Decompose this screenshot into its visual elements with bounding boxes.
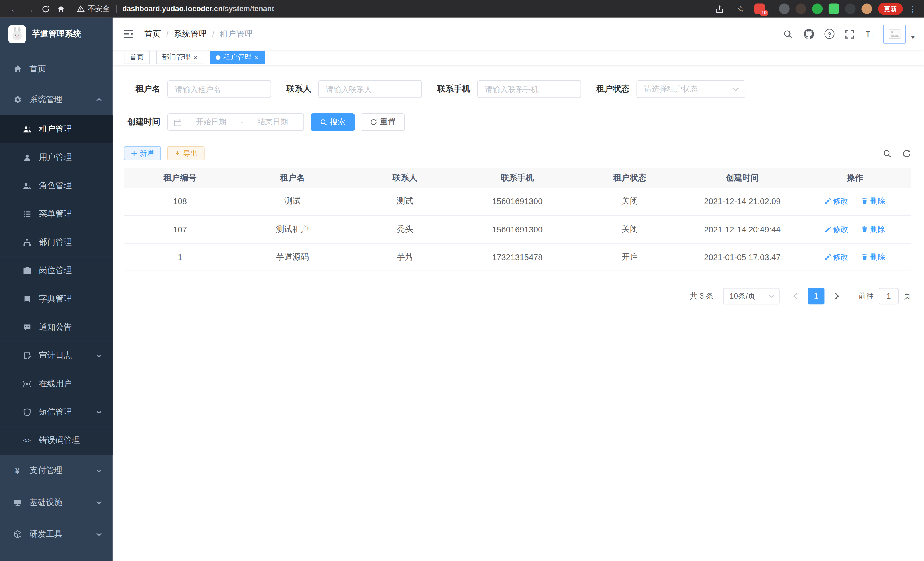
app-logo[interactable]: 芋道管理系统 [0, 18, 112, 50]
sidebar-item-role[interactable]: 角色管理 [0, 171, 112, 200]
tab-close-icon[interactable]: × [255, 54, 259, 61]
edit-button[interactable]: 修改 [824, 224, 849, 235]
date-range-picker[interactable]: 开始日期 - 结束日期 [167, 113, 304, 131]
extension-icon[interactable] [771, 4, 773, 14]
sidebar-item-payment[interactable]: ¥ 支付管理 [0, 455, 112, 486]
app-window: ← → 不安全 dashboard.yudao.iocoder.cn/syste… [0, 0, 924, 561]
created-cell: 2021-01-05 17:03:47 [686, 243, 799, 271]
tab-home[interactable]: 首页 [124, 51, 150, 64]
security-status[interactable]: 不安全 [76, 4, 110, 14]
sidebar-item-label: 在线用户 [39, 379, 72, 389]
sidebar-item-dict[interactable]: 字典管理 [0, 285, 112, 313]
address-bar[interactable]: 不安全 dashboard.yudao.iocoder.cn/system/te… [76, 4, 705, 14]
fullscreen-icon[interactable] [842, 26, 858, 42]
url-text[interactable]: dashboard.yudao.iocoder.cn/system/tenant [122, 5, 274, 13]
breadcrumb-item[interactable]: 首页 [144, 29, 161, 39]
table-refresh-icon[interactable] [902, 149, 911, 158]
phone-input[interactable] [477, 80, 581, 98]
main-shell: 芋道管理系统 首页 系统管理 [0, 18, 924, 561]
reload-icon[interactable] [38, 1, 53, 17]
share-icon[interactable] [712, 1, 728, 17]
edit-button[interactable]: 修改 [824, 252, 849, 262]
sidebar-item-infra[interactable]: 基础设施 [0, 487, 112, 518]
extension-icon[interactable] [795, 3, 806, 14]
sidebar-item-menu[interactable]: 菜单管理 [0, 200, 112, 228]
tab-dept[interactable]: 部门管理 × [156, 51, 203, 64]
home-icon[interactable] [53, 1, 69, 17]
add-button[interactable]: 新增 [124, 146, 161, 161]
contact-label: 联系人 [286, 84, 311, 94]
sidebar-item-dept[interactable]: 部门管理 [0, 228, 112, 256]
avatar-caret-icon[interactable]: ▾ [911, 33, 915, 41]
sidebar-item-error-code[interactable]: </> 错误码管理 [0, 426, 112, 455]
profile-avatar-icon[interactable] [861, 3, 872, 14]
sidebar-item-audit-log[interactable]: 审计日志 [0, 341, 112, 370]
user-avatar[interactable] [884, 25, 906, 44]
font-size-icon[interactable]: TT [863, 26, 878, 42]
next-page-button[interactable] [828, 287, 846, 304]
extension-icon[interactable]: 10 [754, 3, 765, 14]
table-row: 107 测试租户 秃头 15601691300 关闭 2021-12-14 20… [124, 215, 911, 243]
breadcrumb-item[interactable]: 系统管理 [174, 29, 207, 39]
browser-update-button[interactable]: 更新 [878, 3, 903, 15]
edit-button[interactable]: 修改 [824, 196, 849, 206]
table-header-cell: 操作 [799, 168, 911, 188]
kebab-menu-icon[interactable]: ⋮ [909, 4, 917, 14]
chevron-down-icon [96, 469, 102, 472]
breadcrumb-separator: / [212, 29, 214, 39]
tab-close-icon[interactable]: × [194, 54, 197, 61]
edit-icon [824, 253, 831, 260]
sidebar-item-tenant[interactable]: 租户管理 [0, 115, 112, 143]
tags-view-bar: 首页 部门管理 × 租户管理 × [112, 50, 924, 65]
tab-label: 首页 [130, 53, 144, 63]
sidebar-item-label: 错误码管理 [39, 435, 80, 446]
sidebar-item-notice[interactable]: 通知公告 [0, 313, 112, 341]
sidebar-item-devtools[interactable]: 研发工具 [0, 518, 112, 550]
reset-button[interactable]: 重置 [361, 113, 405, 131]
goto-unit: 页 [903, 290, 911, 301]
prev-page-button[interactable] [787, 287, 804, 304]
sidebar-item-system[interactable]: 系统管理 [0, 84, 112, 115]
extension-icon[interactable] [779, 3, 790, 14]
tenant-name-cell: 测试租户 [236, 215, 349, 243]
table-tools [883, 149, 911, 158]
sidebar-item-sms[interactable]: 短信管理 [0, 398, 112, 426]
delete-button[interactable]: 删除 [861, 196, 885, 206]
tab-tenant[interactable]: 租户管理 × [210, 51, 265, 64]
roles-icon [22, 181, 31, 190]
status-cell: 关闭 [574, 188, 686, 215]
tenant-name-input[interactable] [167, 80, 271, 98]
filter-row-2: 创建时间 开始日期 - 结束日期 搜索 重置 [124, 113, 911, 131]
export-button[interactable]: 导出 [167, 146, 205, 161]
forward-icon[interactable]: → [22, 1, 38, 17]
status-select[interactable]: 请选择租户状态 [637, 80, 746, 98]
delete-button[interactable]: 删除 [861, 224, 885, 235]
delete-icon [861, 198, 868, 205]
phone-filter: 联系手机 [437, 80, 581, 98]
delete-button[interactable]: 删除 [861, 252, 885, 262]
sidebar-item-home[interactable]: 首页 [0, 54, 112, 84]
extension-icon[interactable] [845, 3, 856, 14]
page-size-select[interactable]: 10条/页 [723, 287, 780, 304]
goto-page-input[interactable] [879, 287, 898, 304]
hamburger-icon[interactable] [121, 27, 136, 41]
range-separator: - [241, 117, 243, 126]
end-date-input[interactable]: 结束日期 [248, 117, 298, 127]
extension-icon[interactable] [812, 3, 823, 14]
bookmark-star-icon[interactable]: ☆ [733, 1, 748, 17]
contact-input[interactable] [318, 80, 422, 98]
sidebar-item-online-user[interactable]: 在线用户 [0, 370, 112, 398]
back-icon[interactable]: ← [7, 1, 22, 17]
online-icon [22, 379, 31, 388]
start-date-input[interactable]: 开始日期 [186, 117, 236, 127]
github-icon[interactable] [801, 26, 817, 42]
extension-icon[interactable] [829, 3, 839, 14]
phone-label: 联系手机 [437, 84, 470, 94]
search-icon[interactable] [781, 26, 796, 42]
current-page-button[interactable]: 1 [808, 287, 825, 304]
sidebar-item-user[interactable]: 用户管理 [0, 143, 112, 171]
table-search-icon[interactable] [883, 149, 892, 158]
sidebar-item-post[interactable]: 岗位管理 [0, 256, 112, 285]
help-icon[interactable]: ? [822, 26, 837, 42]
search-button[interactable]: 搜索 [310, 113, 355, 131]
